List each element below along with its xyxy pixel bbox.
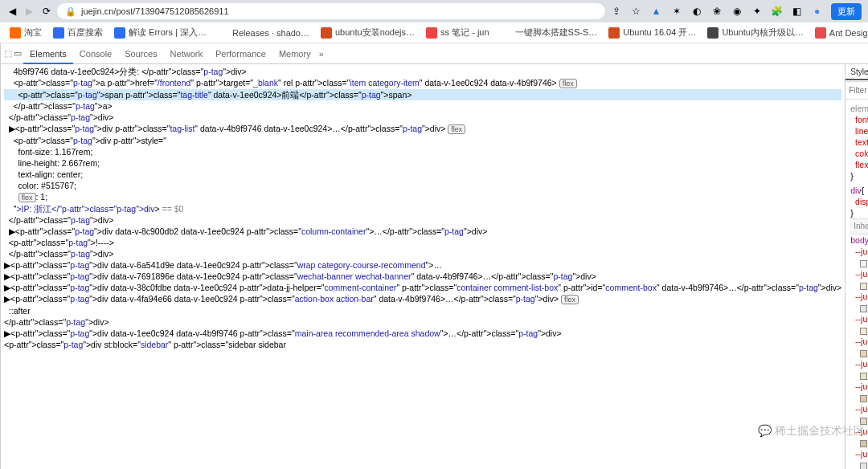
bookmark-item[interactable]: Releases · shado… (213, 25, 314, 41)
ext1-icon[interactable]: ✶ (670, 6, 682, 18)
forward-icon[interactable]: ▶ (23, 6, 35, 18)
devtools-tab-console[interactable]: Console (73, 45, 118, 63)
styles-body[interactable]: element.style { font-size: 1.167rem; lin… (845, 100, 868, 469)
bookmark-item[interactable]: ss 笔记 - jun (421, 24, 494, 41)
elements-panel[interactable]: 4b9f9746 data-v-1ee0c924>分类: </p-attr">c… (1, 64, 845, 469)
bookmark-item[interactable]: Ubuntu内核升级以… (702, 24, 808, 41)
inspect-icon[interactable]: ⬚ (4, 48, 12, 59)
bookmark-item[interactable]: 一键脚本搭建SS-S… (496, 24, 603, 41)
more-tabs-icon[interactable]: » (319, 49, 324, 59)
devtools: ⬚ ▭ ElementsConsoleSourcesNetworkPerform… (0, 43, 868, 469)
browser-toolbar: ◀ ▶ ⟳ 🔒 juejin.cn/post/71390475120856269… (0, 0, 868, 22)
device-icon[interactable]: ▭ (14, 48, 22, 59)
lock-icon: 🔒 (65, 6, 76, 17)
bookmarks-bar: 淘宝百度搜索解读 Errors | 深入…Releases · shado…ub… (0, 22, 868, 43)
ext3-icon[interactable]: ❀ (710, 6, 723, 18)
ext2-icon[interactable]: ◐ (690, 6, 702, 18)
devtools-tab-sources[interactable]: Sources (118, 45, 163, 63)
devtools-tab-network[interactable]: Network (164, 45, 209, 63)
reload-icon[interactable]: ⟳ (40, 6, 52, 18)
styles-filter-input[interactable] (849, 86, 868, 95)
puzzle-icon[interactable]: 🧩 (771, 6, 783, 18)
bookmark-item[interactable]: 百度搜索 (48, 24, 108, 41)
devtools-tab-elements[interactable]: Elements (23, 45, 73, 64)
share-icon[interactable]: ⇪ (610, 6, 622, 18)
gdrive-icon[interactable]: ▲ (650, 6, 662, 18)
styles-panel: StylesComputedLayoutEvent Listeners :hov… (845, 64, 868, 469)
bookmark-item[interactable]: 解读 Errors | 深入… (109, 24, 211, 41)
avatar-icon[interactable]: ● (811, 6, 823, 18)
ext5-icon[interactable]: ✦ (751, 6, 763, 18)
bookmark-item[interactable]: Ubuntu 16.04 开… (604, 24, 701, 41)
ext4-icon[interactable]: ◉ (731, 6, 743, 18)
update-button[interactable]: 更新 (831, 3, 862, 20)
devtools-tab-performance[interactable]: Performance (209, 45, 272, 63)
styles-tab-styles[interactable]: Styles (845, 65, 868, 80)
bookmark-item[interactable]: 淘宝 (5, 24, 47, 41)
url-text: juejin.cn/post/7139047512085626911 (81, 6, 229, 16)
ext6-icon[interactable]: ◧ (791, 6, 803, 18)
devtools-tab-memory[interactable]: Memory (272, 45, 317, 63)
address-bar[interactable]: 🔒 juejin.cn/post/7139047512085626911 (57, 3, 605, 19)
bookmark-item[interactable]: Ant Design mome… (810, 25, 868, 41)
devtools-tabs: ⬚ ▭ ElementsConsoleSourcesNetworkPerform… (1, 43, 868, 64)
star-icon[interactable]: ☆ (630, 6, 642, 18)
back-icon[interactable]: ◀ (6, 6, 18, 18)
bookmark-item[interactable]: ubuntu安装nodejs… (316, 24, 420, 41)
styles-tabs: StylesComputedLayoutEvent Listeners (845, 64, 868, 82)
